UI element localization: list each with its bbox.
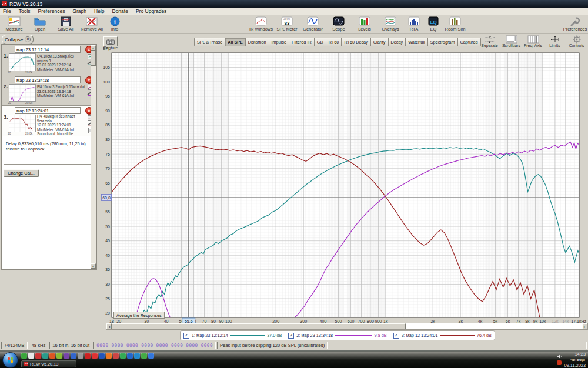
controls-button[interactable]: Controls: [567, 35, 586, 48]
quick-launch-icon[interactable]: [120, 353, 126, 359]
info-label: Info: [111, 26, 119, 32]
save-all-button[interactable]: Save All: [53, 15, 79, 32]
quick-launch-icon[interactable]: [85, 353, 91, 359]
quick-launch-icon[interactable]: [113, 353, 119, 359]
taskbar-rew-button[interactable]: REW V5.20.13: [21, 360, 76, 367]
scroll-right-icon[interactable]: ►: [582, 323, 587, 329]
trace3-checkbox[interactable]: ✓: [393, 333, 399, 339]
tab-spectrogram[interactable]: Spectrogram: [428, 38, 458, 46]
measurement-name-input[interactable]: [15, 46, 81, 53]
preferences-button[interactable]: Preferences: [562, 15, 588, 32]
quick-launch-icon[interactable]: [141, 353, 147, 359]
tab-rt60[interactable]: RT60: [326, 38, 342, 46]
room-sim-button[interactable]: Room Sim: [442, 15, 468, 32]
tab-spl-phase[interactable]: SPL & Phase: [194, 38, 225, 46]
measurement-card-3-selected[interactable]: 3. ✕ 20 20.0k НЧ 48мкф и без пласт 5см.m…: [2, 106, 95, 136]
menu-graph[interactable]: Graph: [72, 8, 86, 14]
scrollbars-button[interactable]: Scrollbars: [502, 35, 521, 48]
eq-button[interactable]: EQ EQ: [425, 15, 442, 32]
quick-launch-icon[interactable]: [127, 353, 133, 359]
tab-waterfall[interactable]: Waterfall: [406, 38, 428, 46]
scrollbar-thumb[interactable]: [91, 51, 96, 66]
spl-chart[interactable]: 2025303540455055606570758085909510010518…: [101, 34, 588, 340]
scrollbar-thumb[interactable]: [112, 323, 406, 329]
panel-scrollbar[interactable]: ▲ ▼: [91, 45, 96, 269]
menu-tools[interactable]: Tools: [19, 8, 31, 14]
separate-button[interactable]: Separate: [480, 35, 499, 48]
trace1-color-swatch: [230, 335, 265, 336]
start-button[interactable]: [2, 352, 18, 368]
quick-launch-icon[interactable]: [78, 353, 83, 359]
generator-button[interactable]: Generator: [300, 15, 326, 32]
quick-launch-icon[interactable]: [42, 353, 48, 359]
quick-launch-icon[interactable]: [148, 353, 154, 359]
svg-text:50: 50: [105, 225, 110, 229]
scope-button[interactable]: Scope: [326, 15, 352, 32]
change-cal-button[interactable]: Change Cal...: [4, 169, 39, 177]
scroll-down-icon[interactable]: ▼: [91, 263, 96, 269]
trace2-cursor-value: 9,8 dB: [375, 333, 387, 338]
capture-button[interactable]: [103, 36, 118, 46]
frequency-scrollbar[interactable]: ◄ ►: [106, 323, 588, 330]
tab-all-spl[interactable]: All SPL: [225, 38, 246, 46]
status-bar: 74/124MB 48 kHz 16-bit in, 16-bit out 00…: [0, 340, 588, 350]
measurement-name-input[interactable]: [15, 107, 81, 114]
quick-launch-icon[interactable]: [56, 353, 62, 359]
trace2-checkbox[interactable]: ✓: [288, 333, 294, 339]
quick-launch-icon[interactable]: [21, 353, 27, 359]
info-button[interactable]: i Info: [105, 15, 125, 32]
limits-button[interactable]: Limits: [545, 35, 564, 48]
menu-preferences[interactable]: Preferences: [38, 8, 65, 14]
quick-launch-icon[interactable]: [134, 353, 140, 359]
menu-pro-upgrades[interactable]: Pro Upgrades: [136, 8, 166, 14]
tab-captured[interactable]: Captured: [458, 38, 481, 46]
average-responses-button[interactable]: Average the Responses: [113, 312, 165, 319]
quick-launch-bar: [21, 353, 154, 359]
menu-file[interactable]: File: [3, 8, 11, 14]
tab-decay[interactable]: Decay: [389, 38, 406, 46]
quick-launch-icon[interactable]: [49, 353, 55, 359]
scroll-up-icon[interactable]: ▲: [91, 45, 96, 51]
tab-gd[interactable]: GD: [315, 38, 326, 46]
quick-launch-icon[interactable]: [64, 353, 69, 359]
legend-item-2[interactable]: ✓ 2: мар 23 13:34:18 9,8 dB: [285, 331, 390, 340]
measurement-date: 12.03.2023 13:24:01: [37, 123, 85, 128]
tab-rt60-decay[interactable]: RT60 Decay: [342, 38, 370, 46]
quick-launch-icon[interactable]: [99, 353, 105, 359]
tab-impulse[interactable]: Impulse: [269, 38, 290, 46]
legend-item-3[interactable]: ✓ 3: мар 12 13:24:01 76,4 dB: [390, 331, 495, 340]
trace1-checkbox[interactable]: ✓: [183, 333, 189, 339]
remove-all-button[interactable]: Remove All: [79, 15, 105, 32]
volume-icon[interactable]: [557, 354, 562, 359]
quick-launch-icon[interactable]: [92, 353, 98, 359]
quick-launch-icon[interactable]: [71, 353, 76, 359]
quick-launch-icon[interactable]: [28, 353, 34, 359]
rta-button[interactable]: RTA: [403, 15, 425, 32]
tab-clarity[interactable]: Clarity: [371, 38, 389, 46]
quick-launch-icon[interactable]: [106, 353, 112, 359]
antivirus-tray-icon[interactable]: [557, 360, 562, 365]
legend-item-1[interactable]: ✓ 1: мар 23 12:12:14 37,0 dB: [181, 331, 285, 340]
measurement-card-2[interactable]: 2. ✕ 20 20.0k ВЧ.10см.3.2мкф 0.63мгн.dat…: [2, 75, 95, 106]
collapse-button[interactable]: Collapse «: [2, 35, 34, 44]
freq-axis-button[interactable]: Freq. Axis: [523, 35, 543, 48]
svg-text:105: 105: [103, 65, 110, 69]
menu-donate[interactable]: Donate: [112, 8, 128, 14]
menu-help[interactable]: Help: [94, 8, 104, 14]
scroll-left-icon[interactable]: ◄: [106, 323, 112, 329]
levels-button[interactable]: Levels: [352, 15, 377, 32]
quick-launch-icon[interactable]: [35, 353, 41, 359]
memory-status: 74/124MB: [1, 342, 28, 349]
measurement-name-input[interactable]: [15, 76, 81, 83]
measurement-thumbnail: [9, 84, 36, 102]
measure-button[interactable]: Measure: [1, 15, 27, 32]
tab-filtered-ir[interactable]: Filtered IR: [289, 38, 315, 46]
ir-windows-button[interactable]: IR Windows: [248, 15, 274, 32]
tab-distortion[interactable]: Distortion: [246, 38, 269, 46]
spl-meter-button[interactable]: dB SPL83 SPL Meter: [274, 15, 300, 32]
graph-area: 2025303540455055606570758085909510010518…: [101, 34, 588, 340]
overlays-button[interactable]: Overlays: [377, 15, 403, 32]
open-button[interactable]: Open: [27, 15, 53, 32]
measurement-card-1[interactable]: 1. ✕ 20 20.0k СЧ.10см.13.5мкф.без шунта …: [2, 45, 95, 75]
clock[interactable]: 14:23 четверг 09.11.2023: [564, 352, 586, 368]
